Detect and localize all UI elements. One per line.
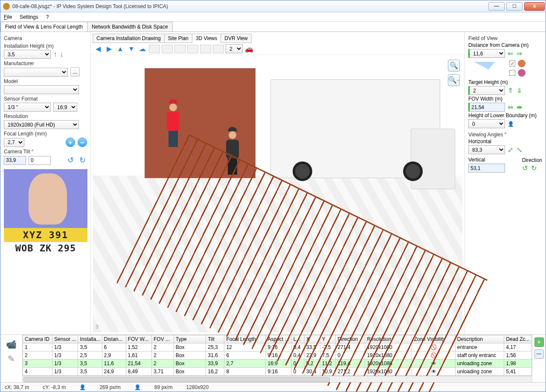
tilt-ccw-icon[interactable]: ↺	[66, 156, 75, 165]
grid-cell[interactable]: 2	[151, 343, 174, 352]
tilt-input[interactable]	[29, 156, 51, 165]
grid-cell[interactable]: 2,7	[224, 360, 266, 368]
grid-cell[interactable]: 6	[102, 343, 126, 352]
grid-cell[interactable]: 1,56	[504, 352, 532, 360]
camera-tool-icon[interactable]: 📹	[6, 339, 17, 349]
manufacturer-browse-button[interactable]: …	[70, 67, 80, 77]
person-thumb-2[interactable]	[162, 45, 173, 53]
grid-cell[interactable]: 8,49	[126, 368, 151, 376]
grid-cell[interactable]: 5,41	[504, 368, 532, 376]
zoom-in-button[interactable]: 🔍+	[448, 60, 460, 72]
tab-3d-views[interactable]: 3D Views	[192, 34, 221, 43]
grid-col-header[interactable]: Sensor ...	[52, 335, 78, 343]
grid-cell[interactable]: 25,3	[206, 343, 224, 352]
car-icon[interactable]: 🚗	[244, 44, 254, 54]
grid-cell[interactable]: 3	[23, 360, 52, 368]
grid-cell[interactable]: 21,54	[126, 360, 151, 368]
grid-col-header[interactable]: FOV ...	[151, 335, 174, 343]
grid-col-header[interactable]: Installa...	[78, 335, 102, 343]
maximize-button[interactable]: □	[506, 2, 523, 11]
grid-cell[interactable]: 1,98	[504, 360, 532, 368]
person-thumb-4[interactable]	[187, 45, 198, 53]
grid-cell[interactable]: 2	[151, 360, 174, 368]
grid-cell[interactable]: Box	[174, 352, 206, 360]
grid-cell[interactable]: staff only entranc	[455, 352, 504, 360]
grid-cell[interactable]: 16,2	[206, 368, 224, 376]
grid-cell[interactable]: 4,17	[504, 343, 532, 352]
grid-cell[interactable]: 1/3	[52, 352, 78, 360]
grid-cell[interactable]: 3,5	[78, 360, 102, 368]
menu-file[interactable]: File	[4, 14, 12, 20]
grid-cell[interactable]: 2,9	[102, 352, 126, 360]
grid-cell[interactable]: 2	[23, 352, 52, 360]
close-button[interactable]: x	[524, 2, 545, 11]
grid-cell[interactable]: Box	[174, 368, 206, 376]
height-down-icon[interactable]	[60, 50, 64, 59]
grid-cell[interactable]: 31,6	[206, 352, 224, 360]
tab-site-plan[interactable]: Site Plan	[164, 34, 192, 43]
grid-cell[interactable]: 4	[23, 368, 52, 376]
grid-cell[interactable]: 1,61	[126, 352, 151, 360]
expand-icon[interactable]: ⤢ ⤡	[508, 146, 523, 154]
horizontal-angle-select[interactable]: 83,3	[468, 145, 505, 154]
grid-cell[interactable]: unloading zone	[455, 360, 504, 368]
menu-help[interactable]: ?	[46, 14, 49, 20]
grid-cell[interactable]: 11,6	[102, 360, 126, 368]
grid-col-header[interactable]: Type	[174, 335, 206, 343]
target-man-checkbox[interactable]	[509, 61, 515, 66]
target-height-arrows-icon[interactable]: ⇑ ⇓	[508, 86, 523, 95]
distance-arrows-icon[interactable]: ⇐ ⇒	[508, 49, 523, 58]
person-thumb-6[interactable]	[213, 45, 224, 53]
target-woman-checkbox[interactable]	[509, 70, 515, 76]
grid-col-header[interactable]: Camera ID	[23, 335, 52, 343]
tilt-cw-icon[interactable]: ↻	[78, 156, 87, 165]
grid-horizontal-scrollbar[interactable]	[23, 376, 532, 382]
nav-left-icon[interactable]: ◀	[93, 44, 103, 54]
add-row-button[interactable]: +	[534, 337, 544, 347]
lower-boundary-select[interactable]: 0	[468, 119, 505, 128]
focal-minus-button[interactable]: –	[78, 138, 87, 147]
tab-bandwidth[interactable]: Network Bandwidth & Disk Space	[87, 22, 173, 32]
pencil-tool-icon[interactable]: ✎	[8, 354, 15, 364]
minimize-button[interactable]: —	[488, 2, 505, 11]
direction-rotate-icon[interactable]: ↺ ↻	[522, 164, 537, 172]
height-up-icon[interactable]	[53, 50, 57, 59]
nav-right-icon[interactable]: ▶	[105, 44, 114, 54]
grid-cell[interactable]: 24,9	[102, 368, 126, 376]
table-row[interactable]: 41/33,524,98,493,71Box16,289:16030,410,9…	[23, 368, 532, 376]
tab-dvr-view[interactable]: DVR View	[221, 34, 251, 43]
3d-canvas[interactable]: 🔍+ 🔍- 3	[93, 57, 463, 333]
person-thumb-5[interactable]	[200, 45, 211, 53]
grid-cell[interactable]: 1/3	[52, 360, 78, 368]
grid-cell[interactable]: Box	[174, 343, 206, 352]
grid-col-header[interactable]: Tilt	[206, 335, 224, 343]
resolution-select[interactable]: 1920x1080 (Full HD)	[4, 120, 79, 129]
distance-select[interactable]: 11,6	[468, 49, 505, 58]
grid-cell[interactable]: Box	[174, 360, 206, 368]
grid-cell[interactable]: 1	[23, 343, 52, 352]
focal-plus-button[interactable]: +	[66, 138, 75, 147]
aspect-select[interactable]: 16:9	[53, 103, 77, 112]
grid-cell[interactable]: 1/3	[52, 368, 78, 376]
remove-row-button[interactable]: —	[534, 349, 544, 359]
grid-cell[interactable]: 2	[151, 352, 174, 360]
nav-up-icon[interactable]: ▲	[116, 44, 125, 54]
grid-col-header[interactable]: Description	[455, 335, 504, 343]
grid-cell[interactable]: 3,71	[151, 368, 174, 376]
viz-spinner[interactable]: 2	[226, 44, 243, 53]
fov-width-arrows-icon[interactable]: ⇔ ⇼	[508, 103, 523, 111]
grid-cell[interactable]: 1,52	[126, 343, 151, 352]
grid-cell[interactable]: 8	[224, 368, 266, 376]
grid-col-header[interactable]: Dead Zc...	[504, 335, 532, 343]
grid-col-header[interactable]: Distan...	[102, 335, 126, 343]
person-thumb-3[interactable]	[174, 45, 186, 53]
install-height-select[interactable]: 3,5	[4, 50, 51, 59]
grid-cell[interactable]: 2,5	[78, 352, 102, 360]
grid-cell[interactable]: 9:16	[266, 368, 291, 376]
grid-col-header[interactable]: FOV W...	[126, 335, 151, 343]
tab-install-drawing[interactable]: Camera Installation Drawing	[93, 34, 165, 43]
manufacturer-select[interactable]	[4, 68, 68, 77]
grid-cell[interactable]: 3,5	[78, 343, 102, 352]
focal-length-select[interactable]: 2,7	[4, 138, 24, 147]
grid-cell[interactable]: entrance	[455, 343, 504, 352]
